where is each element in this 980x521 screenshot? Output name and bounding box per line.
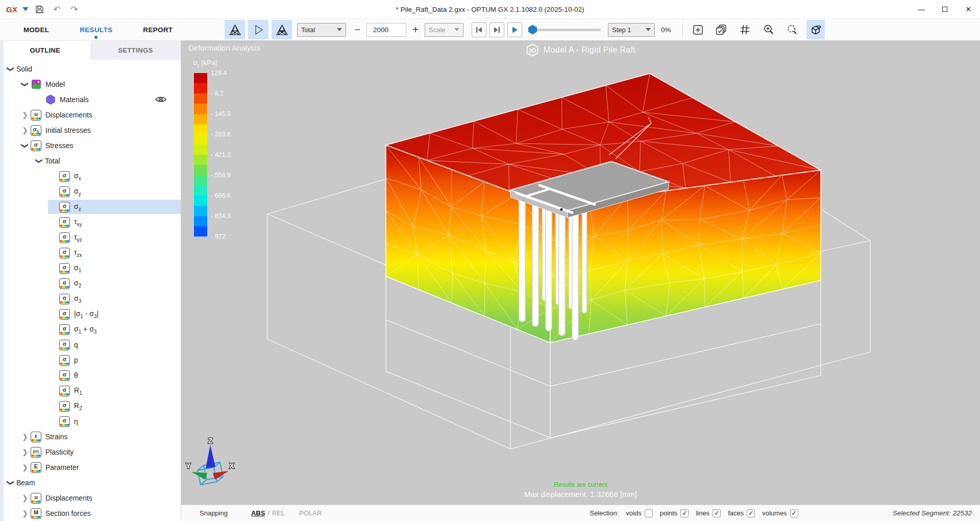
save-icon[interactable] xyxy=(34,3,46,15)
sigma-result-icon: σ xyxy=(59,171,70,182)
viewport-3d[interactable]: Z X Y Deformation Analysis σz [kPa] 3D M… xyxy=(181,40,980,505)
tree-item-label: Initial stresses xyxy=(45,126,91,134)
step-slider-handle[interactable] xyxy=(528,25,537,35)
undo-icon[interactable]: ↶ xyxy=(51,3,63,15)
grid-toggle[interactable] xyxy=(736,20,754,39)
tree-item[interactable]: ❯Solid xyxy=(0,61,181,77)
chevron-expanded-icon[interactable]: ❯ xyxy=(7,63,15,75)
step-last-button[interactable] xyxy=(489,22,504,37)
minimize-button[interactable]: — xyxy=(910,0,933,18)
tree-item[interactable]: ❯∫(σ)Plasticity xyxy=(0,444,181,460)
add-view-button[interactable] xyxy=(689,20,707,39)
tree-item[interactable]: σσ1 xyxy=(0,260,181,276)
selection-points-checkbox[interactable]: ✓ xyxy=(680,509,689,517)
tree-item-label: τyz xyxy=(74,233,82,243)
tree-item[interactable]: ❯EParameter xyxy=(0,460,181,475)
close-button[interactable]: ✕ xyxy=(957,0,980,18)
sidebar-tab-settings[interactable]: SETTINGS xyxy=(90,41,181,60)
tree-item[interactable]: στyz xyxy=(0,230,181,245)
selection-faces-checkbox[interactable]: ✓ xyxy=(747,509,755,517)
app-menu-dropdown-icon[interactable] xyxy=(22,7,29,11)
tree-item[interactable]: σR2 xyxy=(0,398,181,414)
show-mesh-toggle[interactable] xyxy=(225,20,245,39)
scale-decrease-button[interactable]: − xyxy=(351,24,363,36)
step-select[interactable]: Step 1 xyxy=(608,23,655,37)
play-button[interactable] xyxy=(507,22,522,37)
tree-item[interactable]: στzx xyxy=(0,245,181,260)
zoom-extents-icon[interactable] xyxy=(783,20,801,39)
chevron-collapsed-icon[interactable]: ❯ xyxy=(19,433,31,441)
support-point xyxy=(560,208,562,210)
tree-item[interactable]: ❯σStresses xyxy=(0,138,181,153)
model-header: 3D Model A - Rigid Pile Raft xyxy=(181,43,980,57)
open-box-3d-toggle[interactable] xyxy=(806,20,825,39)
tree-item[interactable]: ❯Beam xyxy=(0,475,181,490)
copy-views-button[interactable] xyxy=(713,20,731,39)
tree-item[interactable]: ❯uDisplacements xyxy=(0,490,181,506)
tree-item[interactable]: ❯Total xyxy=(0,153,181,169)
tree-item[interactable]: ❯εStrains xyxy=(0,429,181,444)
chevron-collapsed-icon[interactable]: ❯ xyxy=(19,509,31,517)
rel-mode-toggle[interactable]: REL xyxy=(272,509,285,517)
model-3d-scene[interactable]: Z X Y xyxy=(181,40,980,505)
tree-item-label: σz xyxy=(74,202,81,212)
chevron-expanded-icon[interactable]: ❯ xyxy=(7,477,15,488)
tree-item[interactable]: ❯MSection forces xyxy=(0,506,181,521)
tree-item-label: Beam xyxy=(16,479,35,487)
tree-item[interactable]: στxy xyxy=(0,215,181,230)
chevron-collapsed-icon[interactable]: ❯ xyxy=(19,111,31,119)
tree-item[interactable]: ❯σ0Initial stresses xyxy=(0,123,181,138)
chevron-collapsed-icon[interactable]: ❯ xyxy=(19,448,31,456)
snapping-toggle[interactable]: Snapping xyxy=(200,509,228,517)
selection-lines-checkbox[interactable]: ✓ xyxy=(713,509,721,517)
restore-button[interactable] xyxy=(933,0,957,18)
zoom-selection-icon[interactable] xyxy=(760,20,778,39)
show-deformed-mesh-toggle[interactable] xyxy=(272,20,292,39)
step-first-button[interactable] xyxy=(472,22,486,37)
legend-tick-label: 129.4 xyxy=(211,69,227,77)
tree-item[interactable]: σσ3 xyxy=(0,291,181,306)
tree-item[interactable]: σp xyxy=(0,352,181,368)
redo-icon[interactable]: ↷ xyxy=(68,3,81,15)
scale-increase-button[interactable]: + xyxy=(409,24,422,36)
chevron-expanded-icon[interactable]: ❯ xyxy=(21,140,29,151)
tree-item[interactable]: σR1 xyxy=(0,383,181,398)
scale-select[interactable]: Scale xyxy=(425,23,463,37)
chevron-expanded-icon[interactable]: ❯ xyxy=(35,155,43,167)
tree-item[interactable]: σq xyxy=(0,337,181,352)
sidebar-tab-outline[interactable]: OUTLINE xyxy=(0,41,90,60)
tree-item[interactable]: ❯Model xyxy=(0,77,181,92)
tree-item[interactable]: Materials xyxy=(0,92,181,107)
ribbon-tab-model[interactable]: MODEL xyxy=(22,23,50,37)
ribbon-tab-results[interactable]: RESULTS xyxy=(79,23,113,37)
outline-tree: ❯Solid❯ModelMaterials❯uDisplacements❯σ0I… xyxy=(0,60,181,521)
tree-item[interactable]: ση xyxy=(0,414,181,429)
tree-item[interactable]: σσy xyxy=(0,184,181,199)
ribbon-tab-report[interactable]: REPORT xyxy=(142,23,174,37)
tree-item[interactable]: σσx xyxy=(0,169,181,184)
chevron-collapsed-icon[interactable]: ❯ xyxy=(19,494,31,502)
show-geometry-toggle[interactable] xyxy=(248,20,268,39)
abs-mode-toggle[interactable]: ABS xyxy=(251,509,265,517)
tree-item[interactable]: σσz xyxy=(0,199,181,215)
chevron-down-icon xyxy=(646,28,651,31)
visibility-eye-icon[interactable] xyxy=(155,96,166,104)
selection-voids-checkbox[interactable] xyxy=(645,509,653,517)
step-slider[interactable] xyxy=(529,29,601,31)
selection-volumes-checkbox[interactable]: ✓ xyxy=(790,509,798,517)
selected-segment-readout: Selected Segment: 22532 xyxy=(893,509,972,517)
chevron-collapsed-icon[interactable]: ❯ xyxy=(19,463,31,471)
chevron-collapsed-icon[interactable]: ❯ xyxy=(19,126,31,134)
polar-mode-toggle[interactable]: POLAR xyxy=(299,509,322,517)
results-status-text: Results are current xyxy=(181,481,980,488)
deformation-scale-input[interactable]: 2000 xyxy=(366,23,406,37)
tree-item[interactable]: σ|σ1 - σ3| xyxy=(0,306,181,322)
tree-item[interactable]: σθ xyxy=(0,368,181,383)
tree-item[interactable]: σσ1 + σ3 xyxy=(0,322,181,337)
tree-item[interactable]: σσ2 xyxy=(0,276,181,291)
sigma-result-icon: σ xyxy=(59,248,70,258)
result-type-select[interactable]: Total xyxy=(297,23,346,37)
legend-tick-label: - 834.3 xyxy=(211,212,231,220)
chevron-expanded-icon[interactable]: ❯ xyxy=(21,79,29,90)
tree-item[interactable]: ❯uDisplacements xyxy=(0,107,181,123)
